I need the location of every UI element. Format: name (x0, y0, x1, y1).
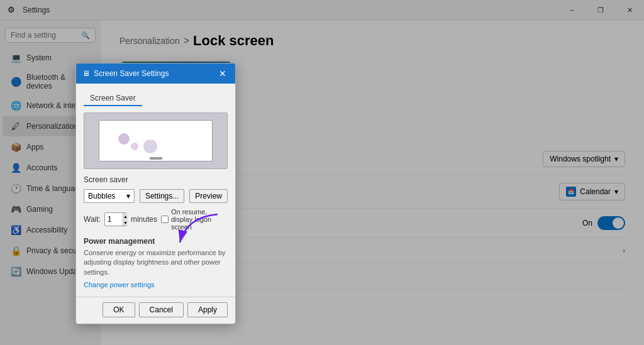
cancel-button[interactable]: Cancel (139, 302, 184, 317)
wait-row: Wait: ▲ ▼ minutes On resume, display log… (84, 208, 228, 231)
resume-checkbox[interactable] (161, 216, 169, 223)
dialog-tab-screensaver[interactable]: Screen Saver (84, 91, 142, 106)
resume-checkbox-label[interactable]: On resume, display logon screen (161, 208, 228, 231)
bubble1 (118, 133, 130, 145)
dialog-footer: OK Cancel Apply (76, 297, 235, 324)
dialog-overlay: 🖥 Screen Saver Settings ✕ Screen Saver (0, 0, 644, 345)
settings-button[interactable]: Settings... (140, 189, 184, 203)
monitor-base (150, 157, 162, 160)
apply-button[interactable]: Apply (187, 302, 228, 317)
ok-button[interactable]: OK (103, 302, 135, 317)
change-power-settings-link[interactable]: Change power settings (84, 281, 155, 288)
dialog-body: Screen Saver (76, 84, 235, 297)
screensaver-select[interactable]: Bubbles ▾ (84, 189, 135, 203)
power-title: Power management (84, 237, 228, 246)
spin-up-button[interactable]: ▲ (123, 213, 128, 219)
wait-label: Wait: (84, 215, 101, 224)
minutes-label: minutes (131, 215, 157, 224)
power-section: Power management Conserve energy or maxi… (84, 237, 228, 289)
screensaver-label: Screen saver (84, 175, 128, 184)
dialog-title-left: 🖥 Screen Saver Settings (82, 69, 169, 78)
spin-buttons: ▲ ▼ (123, 213, 128, 226)
preview-button[interactable]: Preview (189, 189, 228, 203)
bubble2 (131, 143, 138, 150)
spin-down-button[interactable]: ▼ (123, 219, 128, 226)
screensaver-select-row: Screen saver (84, 175, 228, 184)
screensaver-dialog: 🖥 Screen Saver Settings ✕ Screen Saver (75, 63, 236, 324)
select-chevron: ▾ (126, 192, 130, 200)
dialog-titlebar: 🖥 Screen Saver Settings ✕ (76, 63, 235, 84)
wait-input-group: ▲ ▼ (104, 212, 127, 226)
screensaver-preview-inner (99, 120, 213, 162)
bubble3 (143, 140, 157, 153)
dialog-close-button[interactable]: ✕ (216, 67, 229, 80)
screensaver-controls-row: Bubbles ▾ Settings... Preview (84, 189, 228, 203)
dialog-title: Screen Saver Settings (94, 69, 169, 78)
wait-number-input[interactable] (105, 214, 123, 225)
power-desc: Conserve energy or maximize performance … (84, 248, 228, 277)
screensaver-preview-box (84, 112, 228, 169)
dialog-icon: 🖥 (82, 69, 90, 78)
